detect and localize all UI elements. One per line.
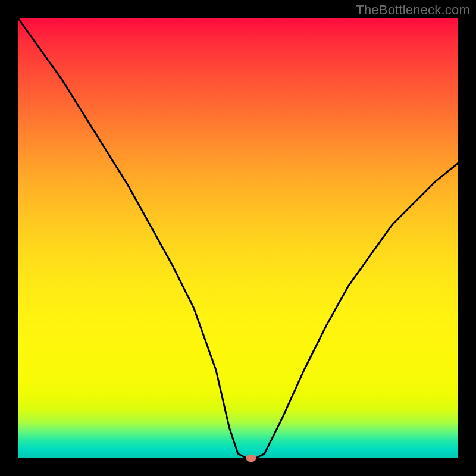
bottleneck-curve [18,18,458,458]
chart-frame: TheBottleneck.com [0,0,476,476]
plot-area [18,18,458,458]
optimum-marker [246,455,256,462]
curve-svg [18,18,458,458]
watermark-text: TheBottleneck.com [356,2,470,18]
